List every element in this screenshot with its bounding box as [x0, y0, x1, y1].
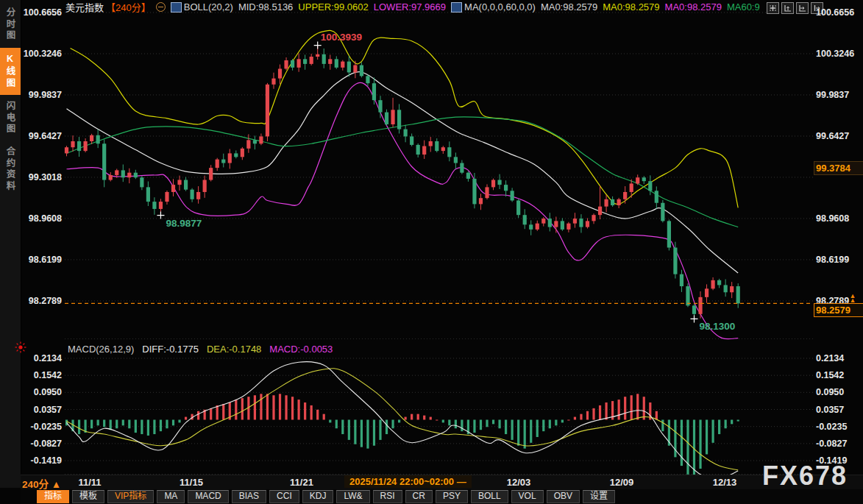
right-axis-label: -0.0235 [816, 421, 860, 433]
right-axis-label: 99.9837 [816, 89, 860, 101]
ma0-value-3: MA0:98.2579 [665, 1, 722, 13]
price-up-arrow-icon: ▲▲ [847, 294, 859, 302]
selected-candle-timestamp: 2025/11/24 22:00~02:00 — [344, 475, 472, 488]
zoom-x-axis-icon[interactable] [796, 2, 809, 14]
left-axis-label: 100.3246 [22, 48, 62, 60]
toolbar-button-VIP指标[interactable]: VIP指标 [107, 490, 154, 503]
symbol-title: 美元指数 [65, 0, 104, 14]
move-crosshair-icon[interactable] [767, 2, 779, 14]
price-annotation: 100.3939 [321, 32, 362, 43]
right-axis-label: 0.1542 [816, 369, 860, 381]
chart-type-sidebar: 分时图K线图闪电图合约资料 [0, 0, 21, 488]
price-macd-chart [0, 0, 863, 504]
left-axis-label: -0.0235 [22, 421, 62, 433]
left-axis-label: 99.6427 [22, 130, 62, 142]
period-selector[interactable]: 240分 ▲ [22, 476, 61, 491]
left-axis-label: 0.1542 [22, 369, 62, 381]
toolbar-button-LW&[interactable]: LW& [336, 490, 369, 503]
right-axis-label: 100.3246 [816, 48, 860, 60]
indicator-header: 美元指数 【240分】 BOLL(20,2) MID:98.5136 UPPER… [65, 1, 760, 13]
left-axis-label: 99.9837 [22, 89, 62, 101]
toolbar-button-CCI[interactable]: CCI [269, 490, 299, 503]
left-axis-label: 99.3018 [22, 171, 62, 183]
toolbar-button-PSY[interactable]: PSY [436, 490, 468, 503]
sidebar-tab-0[interactable]: 分时图 [0, 1, 21, 48]
macd-params-label: MACD(26,12,9) [68, 344, 134, 355]
period-label: 【240分】 [106, 0, 151, 14]
right-axis-label: 0.0950 [816, 386, 860, 398]
toolbar-button-BIAS[interactable]: BIAS [232, 490, 266, 503]
toolbar-button-MACD[interactable]: MACD [188, 490, 228, 503]
boll-indicator-icon[interactable] [171, 2, 182, 13]
left-axis-label: -0.1419 [22, 455, 62, 466]
toolbar-button-KDJ[interactable]: KDJ [302, 490, 334, 503]
price-annotation: 98.9877 [166, 218, 202, 229]
alert-burst-icon [15, 341, 26, 353]
boll-mid-value: MID:98.5136 [238, 1, 293, 13]
trading-app-window: 分时图K线图闪电图合约资料 美元指数 【240分】 BOLL(20,2) MID… [0, 0, 863, 504]
left-axis-label: 0.0357 [22, 404, 62, 416]
right-axis-highlight-value: 99.3784 [814, 161, 863, 175]
ma0-value-1: MA0:98.2579 [541, 1, 597, 13]
right-axis-label: 98.6199 [816, 254, 860, 266]
right-axis-label: 100.6656 [816, 7, 860, 18]
right-axis-label: 98.9608 [816, 213, 860, 224]
toolbar-button-VOL[interactable]: VOL [511, 490, 544, 503]
macd-diff-value: DIFF:-0.1775 [142, 344, 199, 355]
toolbar-button-设置[interactable]: 设置 [583, 490, 615, 503]
left-axis-label: 98.9608 [22, 213, 62, 224]
x-axis-label: 11/15 [169, 477, 213, 488]
boll-lower-value: LOWER:97.9669 [374, 1, 446, 13]
x-axis-label: 12/09 [600, 477, 644, 488]
zoom-y-axis-icon[interactable] [781, 2, 794, 14]
left-axis-label: 100.6656 [22, 7, 62, 18]
sidebar-tab-1[interactable]: K线图 [0, 48, 21, 95]
x-axis-label: 12/03 [497, 477, 541, 488]
right-axis-label: 0.2134 [816, 352, 860, 364]
macd-macd-value: MACD:-0.0053 [269, 344, 333, 355]
watermark: FX678 [762, 461, 848, 491]
right-axis-label: 99.6427 [816, 130, 860, 142]
left-axis-label: 98.6199 [22, 254, 62, 266]
left-axis-label: -0.0827 [22, 438, 62, 450]
x-axis-label: 12/13 [703, 477, 747, 488]
right-axis-label: -0.0827 [816, 438, 860, 450]
sidebar-tab-3[interactable]: 合约资料 [0, 141, 21, 198]
toolbar-button-BOLL[interactable]: BOLL [471, 490, 508, 503]
macd-dea-value: DEA:-0.1748 [207, 344, 261, 355]
x-axis-label: 11/21 [280, 477, 324, 488]
toolbar-button-指标[interactable]: 指标 [37, 490, 69, 503]
ma-indicator-icon[interactable] [451, 2, 462, 13]
right-axis-label: 0.0357 [816, 404, 860, 416]
boll-label: BOLL(20,2) [184, 1, 233, 13]
price-annotation: 98.1300 [700, 321, 736, 332]
left-axis-label: 98.2789 [22, 295, 62, 307]
ma0-value-2: MA0:98.2579 [603, 1, 659, 13]
collapse-indicator-icon[interactable] [156, 2, 166, 12]
ma-label: MA(0,0,0,60,0,0) [464, 1, 536, 13]
toolbar-button-RSI[interactable]: RSI [373, 490, 402, 503]
macd-header: MACD(26,12,9) DIFF:-0.1775 DEA:-0.1748 M… [68, 344, 333, 355]
ma60-value: MA60:9 [727, 1, 760, 13]
boll-upper-value: UPPER:99.0602 [298, 1, 368, 13]
toolbar-button-CR[interactable]: CR [405, 490, 433, 503]
left-axis-label: 0.0950 [22, 386, 62, 398]
x-axis-label: 11/11 [68, 477, 112, 488]
toolbar-button-MA[interactable]: MA [157, 490, 185, 503]
left-axis-label: 0.2134 [22, 352, 62, 364]
indicator-toolbar: 指标模板VIP指标MAMACDBIASCCIKDJLW&RSICRPSYBOLL… [21, 489, 863, 504]
sidebar-tab-2[interactable]: 闪电图 [0, 95, 21, 141]
toolbar-button-OBV[interactable]: OBV [547, 490, 580, 503]
chart-toolbar-icons [767, 2, 823, 14]
current-price-box: 98.2579 [814, 303, 863, 317]
toolbar-button-模板[interactable]: 模板 [72, 490, 104, 503]
